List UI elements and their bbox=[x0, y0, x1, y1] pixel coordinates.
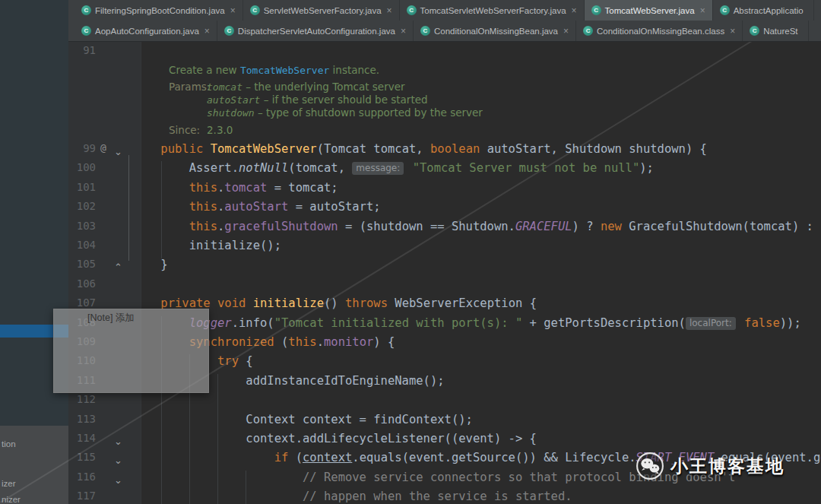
code-token: new bbox=[601, 220, 622, 233]
code-token: notNull bbox=[239, 161, 288, 175]
code-area[interactable]: public TomcatWebServer(Tomcat tomcat, bo… bbox=[68, 41, 821, 504]
tab-row: CAopAutoConfiguration.java×CDispatcherSe… bbox=[68, 21, 821, 41]
tab-close-icon[interactable]: × bbox=[700, 5, 705, 16]
tab-close-icon[interactable]: × bbox=[230, 5, 236, 16]
tab-label: TomcatWebServer.java bbox=[605, 6, 695, 15]
tab-close-icon[interactable]: × bbox=[572, 5, 577, 16]
code-line[interactable]: this.tomcat = tomcat; bbox=[132, 181, 338, 200]
code-token bbox=[246, 296, 252, 310]
code-token: gracefulShutdown bbox=[224, 220, 338, 233]
line-number: 101 bbox=[68, 181, 96, 200]
fold-region-line bbox=[128, 155, 129, 261]
line-number: 91 bbox=[68, 44, 96, 63]
code-token: autoStart, Shutdown shutdown) { bbox=[480, 142, 707, 156]
code-token: ) { bbox=[373, 335, 395, 349]
code-token: context.addLifecycleListener((event) -> … bbox=[132, 432, 537, 445]
doc-link[interactable]: TomcatWebServer bbox=[240, 65, 329, 76]
code-token: autoStart bbox=[207, 94, 260, 106]
line-number: 114 bbox=[68, 432, 96, 451]
project-tree-item[interactable]: nizer bbox=[2, 495, 21, 504]
wechat-icon bbox=[636, 452, 664, 480]
java-class-icon: C bbox=[583, 26, 593, 36]
tab-label: NatureSt bbox=[763, 27, 797, 36]
code-token: this bbox=[288, 335, 316, 349]
java-class-icon: C bbox=[81, 26, 91, 36]
code-token: – the underlying Tomcat server bbox=[242, 81, 405, 93]
line-number: 112 bbox=[68, 393, 96, 412]
editor-tab[interactable]: CConditionalOnMissingBean.java× bbox=[414, 21, 576, 41]
project-tree-item[interactable]: tion bbox=[2, 439, 16, 449]
code-token: instance. bbox=[329, 64, 379, 76]
fold-icon[interactable]: ⌄ bbox=[114, 451, 122, 470]
editor-tab[interactable]: CServletWebServerFactory.java× bbox=[243, 0, 400, 21]
code-token: = tomcat; bbox=[267, 181, 338, 195]
editor-tab[interactable]: CNatureSt bbox=[743, 21, 808, 41]
code-token: ); bbox=[639, 161, 654, 175]
java-class-icon: C bbox=[591, 5, 601, 15]
annotation-gutter-icon[interactable]: @ bbox=[100, 142, 106, 161]
editor-tab[interactable]: CAopAutoConfiguration.java× bbox=[74, 21, 217, 41]
java-class-icon: C bbox=[420, 26, 430, 36]
java-class-icon: C bbox=[720, 5, 730, 15]
editor-tab[interactable]: CTomcatServletWebServerFactory.java× bbox=[400, 0, 585, 21]
code-token: Since: bbox=[169, 124, 200, 136]
tab-label: TomcatServletWebServerFactory.java bbox=[420, 6, 566, 15]
fold-icon[interactable]: ⌃ bbox=[114, 258, 122, 277]
watermark: 小王博客基地 bbox=[636, 452, 785, 480]
code-token: this bbox=[189, 200, 217, 214]
code-token: (tomcat, bbox=[288, 161, 352, 175]
editor-tab[interactable]: CFilteringSpringBootCondition.java× bbox=[74, 0, 243, 21]
tab-close-icon[interactable]: × bbox=[204, 26, 210, 36]
code-token: tomcat bbox=[207, 81, 242, 93]
tab-row: CFilteringSpringBootCondition.java×CServ… bbox=[68, 0, 821, 21]
tab-close-icon[interactable]: × bbox=[563, 26, 569, 36]
code-token bbox=[737, 316, 744, 330]
code-token: "Tomcat Server must not be null" bbox=[413, 161, 640, 175]
line-number: 113 bbox=[68, 413, 96, 432]
code-token: Assert. bbox=[132, 161, 239, 175]
code-token: = autoStart; bbox=[288, 200, 380, 214]
code-line[interactable]: this.autoStart = autoStart; bbox=[132, 200, 381, 219]
javadoc-line: shutdown – type of shutdown supported by… bbox=[207, 106, 483, 119]
code-token: if bbox=[274, 451, 289, 464]
code-line[interactable]: // happen when the service is started. bbox=[132, 490, 572, 504]
code-token: Params: bbox=[169, 81, 210, 93]
editor-tab[interactable]: CDispatcherServletAutoConfiguration.java… bbox=[217, 21, 414, 41]
code-line[interactable]: Context context = findContext(); bbox=[132, 413, 473, 432]
tab-close-icon[interactable]: × bbox=[387, 5, 392, 16]
editor-tab[interactable]: CConditionalOnMissingBean.class× bbox=[576, 21, 743, 41]
gutter: 9199@⌄100101102103104105⌃106107108109110… bbox=[68, 41, 141, 504]
code-token bbox=[405, 161, 412, 175]
code-line[interactable]: Assert.notNull(tomcat, message: "Tomcat … bbox=[132, 161, 654, 180]
line-number: 115 bbox=[68, 451, 96, 470]
code-token: () bbox=[324, 296, 345, 310]
code-line[interactable]: logger.info("Tomcat initialized with por… bbox=[132, 316, 801, 335]
code-line[interactable]: context.addLifecycleListener((event) -> … bbox=[132, 432, 537, 451]
code-token: initialize bbox=[253, 296, 324, 310]
code-line[interactable]: public TomcatWebServer(Tomcat tomcat, bo… bbox=[132, 142, 707, 161]
code-token: )); bbox=[780, 316, 801, 330]
code-line[interactable]: initialize(); bbox=[132, 239, 281, 258]
line-number: 100 bbox=[68, 161, 96, 180]
code-line[interactable]: this.gracefulShutdown = (shutdown == Shu… bbox=[132, 220, 821, 239]
fold-icon[interactable]: ⌄ bbox=[114, 142, 122, 161]
code-token: – if the server should be started bbox=[260, 94, 427, 106]
code-token: throws bbox=[345, 296, 388, 310]
project-tree-item[interactable]: izer bbox=[2, 479, 16, 488]
tab-label: ServletWebServerFactory.java bbox=[264, 6, 382, 15]
parameter-hint: localPort: bbox=[686, 317, 736, 330]
fold-icon[interactable]: ⌄ bbox=[114, 432, 122, 451]
editor: public TomcatWebServer(Tomcat tomcat, bo… bbox=[68, 41, 821, 504]
code-token: ( bbox=[288, 451, 303, 464]
fold-icon[interactable]: ⌄ bbox=[114, 471, 122, 490]
javadoc-line: 2.3.0 bbox=[207, 124, 233, 137]
line-number: 103 bbox=[68, 220, 96, 239]
editor-tab[interactable]: CTomcatWebServer.java× bbox=[585, 0, 713, 21]
tab-label: ConditionalOnMissingBean.java bbox=[434, 27, 558, 36]
code-token: { bbox=[239, 354, 253, 368]
javadoc-line: Params: bbox=[169, 81, 210, 94]
tab-close-icon[interactable]: × bbox=[401, 26, 406, 36]
editor-tab[interactable]: CAbstractApplicatio bbox=[713, 0, 814, 21]
parameter-hint: message: bbox=[352, 162, 404, 175]
tab-close-icon[interactable]: × bbox=[730, 26, 735, 36]
